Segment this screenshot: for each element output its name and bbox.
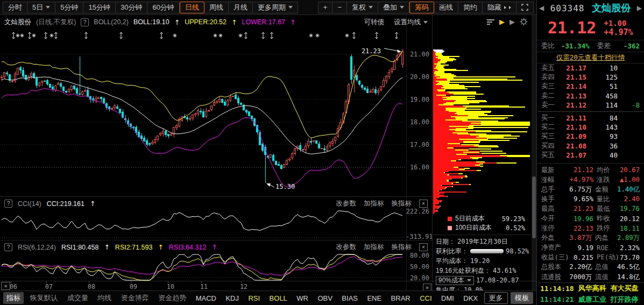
tool-adjust[interactable]: 复权 (347, 2, 378, 13)
ask-row-2[interactable]: 卖二21.13458 (537, 91, 644, 101)
tab-obv[interactable]: OBV (314, 293, 335, 303)
tab-kdj[interactable]: KDJ (222, 293, 242, 303)
tool-hide[interactable]: 隐藏 (483, 2, 516, 13)
event-marker[interactable] (120, 32, 123, 39)
cci-params[interactable]: CCI(14) (18, 200, 41, 208)
event-marker[interactable] (45, 32, 47, 39)
tab-wr[interactable]: WR (293, 293, 312, 303)
tool-zoom-in[interactable]: + (318, 2, 333, 13)
tool-simple[interactable]: 简约 (458, 2, 483, 13)
tool-chips[interactable]: 筹码 (409, 2, 434, 13)
collapse-left-icon[interactable]: « (1, 282, 10, 290)
tab-bias[interactable]: BIAS (338, 293, 361, 303)
event-marker[interactable] (345, 34, 349, 38)
scrollbar-thumb[interactable] (532, 176, 536, 238)
prev-stock-icon[interactable]: ◀ (539, 4, 544, 12)
event-marker[interactable] (173, 34, 177, 38)
tab-volume[interactable]: 成交量 (64, 292, 91, 304)
event-marker[interactable] (271, 32, 273, 39)
ask-row-3[interactable]: 卖三21.1451 (537, 82, 644, 91)
period-weekly[interactable]: 周线 (204, 2, 229, 13)
switch-indicator-button[interactable]: 换指标 (392, 243, 412, 252)
event-marker[interactable] (219, 34, 223, 38)
event-marker[interactable] (32, 34, 36, 38)
bid-row-1[interactable]: 买一21.1184 (537, 114, 644, 123)
tab-ma[interactable]: 均线 (94, 292, 115, 304)
scrollbar[interactable] (532, 15, 536, 290)
switch-indicator-button[interactable]: 换指标 (392, 199, 412, 208)
tab-fund-trend[interactable]: 资金趋势 (155, 292, 189, 304)
period-monthly[interactable]: 月线 (229, 2, 253, 13)
event-marker[interactable] (395, 32, 398, 39)
play-back-icon[interactable]: ▶ (509, 18, 515, 25)
close-icon[interactable]: × (419, 243, 428, 251)
period-5min[interactable]: 5分钟 (55, 2, 83, 13)
event-marker[interactable] (245, 32, 247, 39)
period-5day[interactable]: 5日 (27, 2, 55, 13)
period-more-periods[interactable]: 更多周期 (253, 2, 298, 13)
event-marker[interactable] (160, 32, 163, 39)
ask-row-5[interactable]: 卖五21.1710 (537, 63, 644, 73)
event-marker[interactable] (50, 34, 54, 38)
event-marker[interactable] (85, 32, 88, 39)
ask-row-1[interactable]: 卖一21.12114-8 (537, 101, 644, 110)
gear-icon[interactable] (520, 18, 528, 26)
add-indicator-button[interactable]: 加指标 (364, 243, 384, 252)
tab-macd[interactable]: MACD (193, 293, 220, 303)
help-icon[interactable]: ? (4, 200, 12, 208)
tab-reset-default[interactable]: 恢复默认 (26, 292, 61, 304)
event-marker[interactable] (376, 32, 378, 39)
tab-more[interactable]: 更多 (484, 292, 508, 304)
period-15min[interactable]: 15分钟 (83, 2, 115, 13)
close-icon[interactable]: × (419, 200, 428, 208)
ask-row-4[interactable]: 卖四21.15125 (537, 73, 644, 82)
tool-draw-line[interactable]: 画线 (434, 2, 458, 13)
bid-row-3[interactable]: 买三21.0993 (537, 132, 644, 141)
rsi-chart[interactable] (0, 254, 406, 281)
tab-rsi[interactable]: RSI (245, 293, 263, 303)
cci-chart[interactable] (0, 210, 406, 240)
event-marker[interactable] (316, 34, 320, 38)
play-forward-icon[interactable]: ▶ (499, 18, 505, 25)
event-marker[interactable] (55, 32, 58, 39)
level2-promo-link[interactable]: 仅需20元查看十档行情 (556, 53, 625, 62)
convertible-bond-link[interactable]: 可转债 (364, 18, 385, 27)
event-marker[interactable] (29, 32, 31, 39)
tab-fund-game[interactable]: 资金博弈 (118, 292, 152, 304)
tab-indicator[interactable]: 指标 (3, 292, 24, 304)
next-stock-icon[interactable]: ▶ (637, 4, 642, 12)
period-daily[interactable]: 日线 (180, 2, 204, 13)
help-icon[interactable]: ? (4, 243, 12, 251)
event-marker[interactable] (353, 32, 356, 39)
bid-row-2[interactable]: 买二21.10143 (537, 123, 644, 132)
event-marker[interactable] (309, 34, 313, 38)
event-marker[interactable] (214, 34, 217, 38)
list-icon[interactable] (487, 19, 494, 25)
tab-boll[interactable]: BOLL (266, 293, 291, 303)
news-item[interactable]: 11:14:18风华高科 有大买盘 (537, 283, 644, 294)
tool-overlay[interactable]: 叠加 (378, 2, 409, 13)
tab-dkx[interactable]: DKX (460, 293, 481, 303)
expand-more-icon[interactable]: » (423, 283, 431, 291)
tool-zoom-out[interactable]: − (332, 2, 347, 13)
period-intraday[interactable]: 分时 (3, 2, 27, 13)
tab-dmi[interactable]: DMI (438, 293, 457, 303)
change-params-button[interactable]: 改参数 (336, 243, 357, 252)
rsi-params[interactable]: RSI(6,12,24) (18, 244, 56, 251)
event-marker[interactable] (12, 32, 15, 39)
event-marker[interactable] (262, 32, 265, 39)
candlestick-chart[interactable]: 21.2315.30 (0, 29, 406, 197)
help-icon[interactable]: ? (81, 18, 89, 26)
add-indicator-button[interactable]: 加指标 (364, 199, 384, 208)
tab-brar[interactable]: BRAR (388, 293, 414, 303)
indicator-name[interactable]: BOLL(20,2) (94, 18, 129, 26)
tab-template[interactable]: 模板 (511, 292, 533, 304)
event-marker[interactable] (16, 34, 20, 38)
period-30min[interactable]: 30分钟 (116, 2, 147, 13)
tab-ene[interactable]: ENE (364, 293, 385, 303)
event-marker[interactable] (20, 34, 24, 38)
period-60min[interactable]: 60分钟 (147, 2, 179, 13)
tab-cci[interactable]: CCI (416, 293, 435, 303)
tool-fullscreen[interactable] (516, 2, 534, 13)
event-marker[interactable] (239, 34, 243, 38)
